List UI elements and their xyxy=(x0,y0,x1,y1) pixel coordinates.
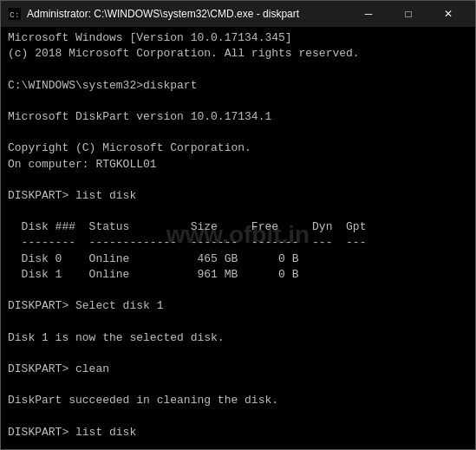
console-line: DISKPART> Select disk 1 xyxy=(8,298,468,314)
console-line: Copyright (C) Microsoft Corporation. xyxy=(8,140,468,156)
console-line xyxy=(8,125,468,140)
console-line: Disk ### Status Size Free Dyn Gpt xyxy=(8,219,468,235)
close-button[interactable]: ✕ xyxy=(428,1,468,27)
console-line: C:\WINDOWS\system32>diskpart xyxy=(8,78,468,94)
cmd-window: C: Administrator: C:\WINDOWS\system32\CM… xyxy=(0,0,476,450)
svg-text:C:: C: xyxy=(10,10,20,20)
window-title: Administrator: C:\WINDOWS\system32\CMD.e… xyxy=(27,8,349,20)
console-line: Microsoft Windows [Version 10.0.17134.34… xyxy=(8,30,468,46)
window-controls: ─ □ ✕ xyxy=(349,1,468,27)
console-line: Microsoft DiskPart version 10.0.17134.1 xyxy=(8,109,468,125)
console-line xyxy=(8,346,468,362)
console-lines: Microsoft Windows [Version 10.0.17134.34… xyxy=(8,30,468,449)
console-line xyxy=(8,94,468,109)
title-bar: C: Administrator: C:\WINDOWS\system32\CM… xyxy=(1,1,475,27)
console-line xyxy=(8,314,468,329)
console-line: DISKPART> clean xyxy=(8,362,468,377)
console-line: DiskPart succeeded in cleaning the disk. xyxy=(8,393,468,408)
console-line xyxy=(8,377,468,393)
console-line: Disk 0 Online 465 GB 0 B xyxy=(8,251,468,267)
console-line xyxy=(8,173,468,188)
console-line: (c) 2018 Microsoft Corporation. All righ… xyxy=(8,46,468,62)
console-line xyxy=(8,62,468,77)
console-line xyxy=(8,440,468,449)
console-line: -------- ------------- ------- ------- -… xyxy=(8,235,468,251)
maximize-button[interactable]: □ xyxy=(388,1,428,27)
console-line: DISKPART> list disk xyxy=(8,188,468,204)
console-line xyxy=(8,204,468,219)
minimize-button[interactable]: ─ xyxy=(349,1,388,27)
console-line xyxy=(8,409,468,425)
console-line: Disk 1 is now the selected disk. xyxy=(8,330,468,346)
console-output[interactable]: www.ofbit.in Microsoft Windows [Version … xyxy=(1,27,475,449)
console-line: DISKPART> list disk xyxy=(8,425,468,440)
console-line xyxy=(8,283,468,298)
console-line: On computer: RTGKOLL01 xyxy=(8,157,468,173)
cmd-icon: C: xyxy=(8,7,22,21)
console-line: Disk 1 Online 961 MB 0 B xyxy=(8,267,468,283)
